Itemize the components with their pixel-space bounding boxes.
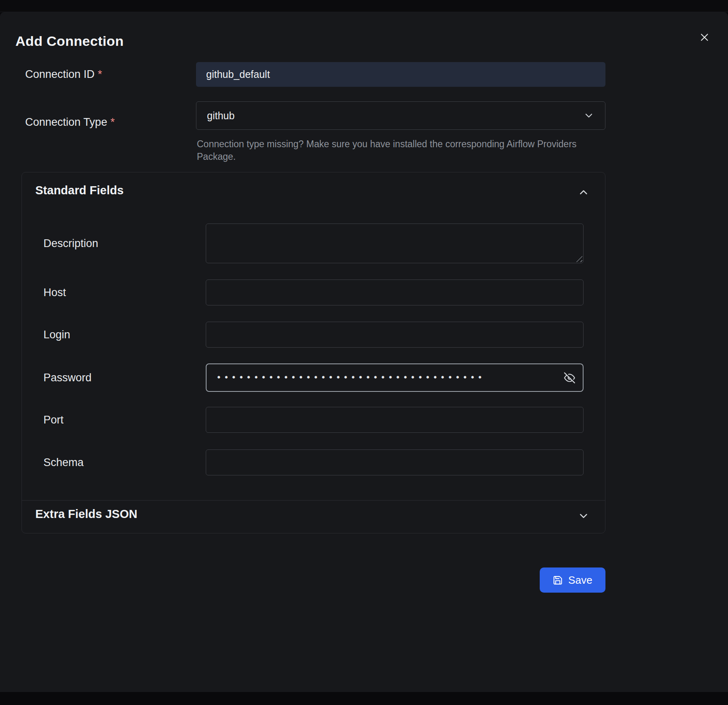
- connection-id-input[interactable]: [196, 62, 605, 87]
- connection-id-label-text: Connection ID: [25, 68, 95, 81]
- login-input[interactable]: [206, 322, 584, 348]
- login-row: Login: [22, 322, 605, 348]
- page-background-top: [0, 0, 728, 12]
- save-button[interactable]: Save: [540, 567, 605, 593]
- connection-type-helper-text: Connection type missing? Make sure you h…: [197, 138, 607, 163]
- standard-fields-header[interactable]: Standard Fields: [22, 178, 605, 207]
- schema-label: Schema: [43, 449, 84, 475]
- password-label: Password: [43, 363, 92, 392]
- standard-fields-title: Standard Fields: [35, 184, 124, 197]
- save-icon: [553, 575, 563, 585]
- dialog-title: Add Connection: [15, 33, 124, 49]
- required-asterisk: *: [98, 68, 102, 81]
- section-divider: [22, 500, 605, 501]
- port-label: Port: [43, 407, 64, 433]
- connection-type-label: Connection Type *: [25, 115, 115, 129]
- description-textarea[interactable]: [206, 224, 584, 263]
- required-asterisk: *: [110, 116, 115, 129]
- save-button-label: Save: [568, 574, 592, 587]
- extra-fields-title: Extra Fields JSON: [35, 507, 137, 521]
- password-row: Password: [22, 363, 605, 392]
- password-input[interactable]: [206, 363, 584, 392]
- chevron-down-icon: [583, 110, 594, 121]
- port-input[interactable]: [206, 407, 584, 433]
- description-label: Description: [43, 224, 98, 263]
- connection-type-label-text: Connection Type: [25, 116, 107, 129]
- port-row: Port: [22, 407, 605, 433]
- eye-off-icon: [564, 372, 575, 383]
- close-button[interactable]: [696, 28, 713, 46]
- host-input[interactable]: [206, 279, 584, 305]
- extra-fields-header[interactable]: Extra Fields JSON: [22, 502, 605, 531]
- host-label: Host: [43, 279, 66, 305]
- chevron-up-icon: [577, 186, 590, 198]
- close-icon: [699, 32, 710, 43]
- connection-type-value: github: [207, 110, 235, 122]
- connection-type-select[interactable]: github: [196, 101, 605, 130]
- add-connection-dialog: Add Connection Connection ID * Connectio…: [0, 12, 728, 692]
- host-row: Host: [22, 279, 605, 305]
- login-label: Login: [43, 322, 70, 348]
- connection-id-label: Connection ID *: [25, 67, 102, 81]
- toggle-password-visibility-button[interactable]: [560, 368, 579, 387]
- description-row: Description: [22, 224, 605, 263]
- schema-row: Schema: [22, 449, 605, 475]
- chevron-down-icon: [577, 510, 590, 522]
- schema-input[interactable]: [206, 449, 584, 475]
- standard-fields-card: Standard Fields Description Host Login: [22, 172, 605, 533]
